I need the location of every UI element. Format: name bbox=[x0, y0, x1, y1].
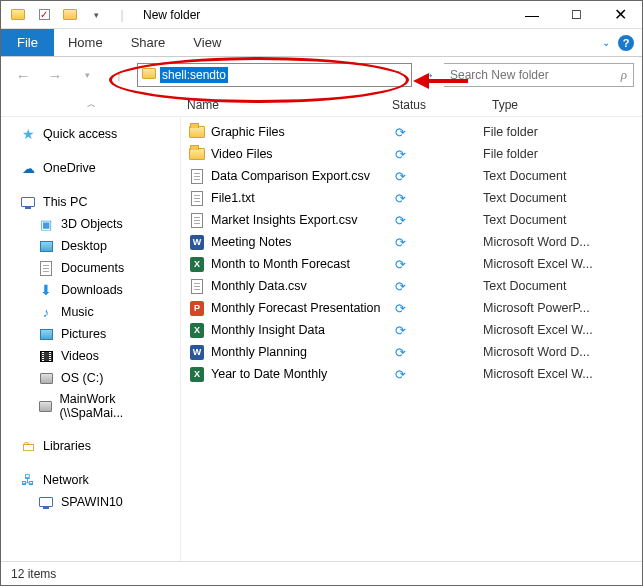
nav-pc-child[interactable]: ▣3D Objects bbox=[1, 213, 180, 235]
disk-icon bbox=[37, 370, 55, 386]
address-row: ← → ▾ ↑ shell:sendto ˅ → ρ bbox=[1, 57, 642, 93]
ribbon-tab-share[interactable]: Share bbox=[117, 29, 180, 56]
file-type: File folder bbox=[483, 125, 642, 139]
nav-label: Desktop bbox=[61, 239, 107, 253]
titlebar: ✓ ▾ | New folder — ☐ ✕ bbox=[1, 1, 642, 29]
nav-network[interactable]: 🖧 Network bbox=[1, 469, 180, 491]
file-name: Monthly Data.csv bbox=[207, 279, 387, 293]
qat-properties-checkbox[interactable]: ✓ bbox=[33, 4, 55, 26]
file-type: Text Document bbox=[483, 169, 642, 183]
folder-icon[interactable] bbox=[7, 4, 29, 26]
sync-status-icon: ⟳ bbox=[387, 191, 483, 206]
search-icon[interactable]: ρ bbox=[621, 67, 627, 83]
file-row[interactable]: Monthly Data.csv⟳Text Document bbox=[181, 275, 642, 297]
sync-status-icon: ⟳ bbox=[387, 301, 483, 316]
nav-pc-child[interactable]: ♪Music bbox=[1, 301, 180, 323]
sync-status-icon: ⟳ bbox=[387, 169, 483, 184]
file-list[interactable]: Graphic Files⟳File folderVideo Files⟳Fil… bbox=[181, 117, 642, 561]
file-row[interactable]: WMonthly Planning⟳Microsoft Word D... bbox=[181, 341, 642, 363]
file-type: Microsoft Excel W... bbox=[483, 257, 642, 271]
column-name[interactable]: Name bbox=[181, 98, 386, 112]
ribbon-tab-home[interactable]: Home bbox=[54, 29, 117, 56]
address-bar[interactable]: shell:sendto ˅ bbox=[137, 63, 412, 87]
minimize-button[interactable]: — bbox=[510, 1, 554, 29]
sync-status-icon: ⟳ bbox=[387, 257, 483, 272]
sync-status-icon: ⟳ bbox=[387, 125, 483, 140]
qat-newfolder-icon[interactable] bbox=[59, 4, 81, 26]
ribbon-tab-view[interactable]: View bbox=[179, 29, 235, 56]
address-input[interactable]: shell:sendto bbox=[160, 67, 228, 83]
nav-pc-child[interactable]: Documents bbox=[1, 257, 180, 279]
file-row[interactable]: Market Insights Export.csv⟳Text Document bbox=[181, 209, 642, 231]
file-row[interactable]: File1.txt⟳Text Document bbox=[181, 187, 642, 209]
cloud-icon: ☁ bbox=[19, 160, 37, 176]
sync-status-icon: ⟳ bbox=[387, 323, 483, 338]
nav-label: Pictures bbox=[61, 327, 106, 341]
ribbon-file-tab[interactable]: File bbox=[1, 29, 54, 56]
file-row[interactable]: XMonthly Insight Data⟳Microsoft Excel W.… bbox=[181, 319, 642, 341]
file-row[interactable]: XYear to Date Monthly⟳Microsoft Excel W.… bbox=[181, 363, 642, 385]
sync-status-icon: ⟳ bbox=[387, 235, 483, 250]
column-headers: ︿ Name Status Type bbox=[1, 93, 642, 117]
up-button[interactable]: ↑ bbox=[105, 61, 133, 89]
nav-pc-child[interactable]: Videos bbox=[1, 345, 180, 367]
close-button[interactable]: ✕ bbox=[598, 1, 642, 29]
doc-icon bbox=[187, 189, 207, 207]
file-type: Text Document bbox=[483, 213, 642, 227]
sync-status-icon: ⟳ bbox=[387, 147, 483, 162]
file-row[interactable]: XMonth to Month Forecast⟳Microsoft Excel… bbox=[181, 253, 642, 275]
disk-icon bbox=[37, 398, 53, 414]
excel-icon: X bbox=[187, 365, 207, 383]
column-status[interactable]: Status bbox=[386, 98, 486, 112]
help-icon[interactable]: ? bbox=[618, 35, 634, 51]
dl-icon: ⬇ bbox=[37, 282, 55, 298]
star-icon: ★ bbox=[19, 126, 37, 142]
sync-status-icon: ⟳ bbox=[387, 213, 483, 228]
explorer-window: ✓ ▾ | New folder — ☐ ✕ File Home Share V… bbox=[0, 0, 643, 586]
file-name: Market Insights Export.csv bbox=[207, 213, 387, 227]
nav-pc-child[interactable]: Desktop bbox=[1, 235, 180, 257]
nav-network-child[interactable]: SPAWIN10 bbox=[1, 491, 180, 513]
file-type: Microsoft Excel W... bbox=[483, 367, 642, 381]
column-type[interactable]: Type bbox=[486, 98, 642, 112]
ribbon: File Home Share View ⌄ ? bbox=[1, 29, 642, 57]
search-box[interactable]: ρ bbox=[444, 63, 634, 87]
file-row[interactable]: WMeeting Notes⟳Microsoft Word D... bbox=[181, 231, 642, 253]
doc-icon bbox=[187, 277, 207, 295]
file-row[interactable]: PMonthly Forecast Presentation⟳Microsoft… bbox=[181, 297, 642, 319]
nav-pc-child[interactable]: Pictures bbox=[1, 323, 180, 345]
nav-pc-child[interactable]: OS (C:) bbox=[1, 367, 180, 389]
nav-label: Libraries bbox=[43, 439, 91, 453]
nav-this-pc[interactable]: This PC bbox=[1, 191, 180, 213]
back-button[interactable]: ← bbox=[9, 61, 37, 89]
file-name: Monthly Planning bbox=[207, 345, 387, 359]
item-count: 12 items bbox=[11, 567, 56, 581]
maximize-button[interactable]: ☐ bbox=[554, 1, 598, 29]
navpane-collapse-icon[interactable]: ︿ bbox=[1, 98, 181, 111]
nav-pc-child[interactable]: MainWork (\\SpaMai... bbox=[1, 389, 180, 423]
nav-onedrive[interactable]: ☁ OneDrive bbox=[1, 157, 180, 179]
file-name: Graphic Files bbox=[207, 125, 387, 139]
forward-button[interactable]: → bbox=[41, 61, 69, 89]
nav-libraries[interactable]: 🗀 Libraries bbox=[1, 435, 180, 457]
nav-pc-child[interactable]: ⬇Downloads bbox=[1, 279, 180, 301]
file-row[interactable]: Data Comparison Export.csv⟳Text Document bbox=[181, 165, 642, 187]
ribbon-collapse-icon[interactable]: ⌄ bbox=[602, 37, 610, 48]
file-row[interactable]: Video Files⟳File folder bbox=[181, 143, 642, 165]
nav-quick-access[interactable]: ★ Quick access bbox=[1, 123, 180, 145]
recent-dropdown-icon[interactable]: ▾ bbox=[73, 61, 101, 89]
file-row[interactable]: Graphic Files⟳File folder bbox=[181, 121, 642, 143]
pic-icon bbox=[37, 238, 55, 254]
address-folder-icon bbox=[142, 68, 156, 82]
address-history-dropdown-icon[interactable]: ˅ bbox=[391, 70, 407, 80]
navigation-pane: ★ Quick access ☁ OneDrive This PC ▣3D Ob… bbox=[1, 117, 181, 561]
nav-label: This PC bbox=[43, 195, 87, 209]
qat-overflow-icon[interactable]: ▾ bbox=[85, 4, 107, 26]
file-type: Microsoft Excel W... bbox=[483, 323, 642, 337]
go-button[interactable]: → bbox=[416, 63, 440, 87]
sync-status-icon: ⟳ bbox=[387, 367, 483, 382]
nav-label: SPAWIN10 bbox=[61, 495, 123, 509]
search-input[interactable] bbox=[450, 68, 621, 82]
status-bar: 12 items bbox=[1, 561, 642, 585]
file-name: Month to Month Forecast bbox=[207, 257, 387, 271]
